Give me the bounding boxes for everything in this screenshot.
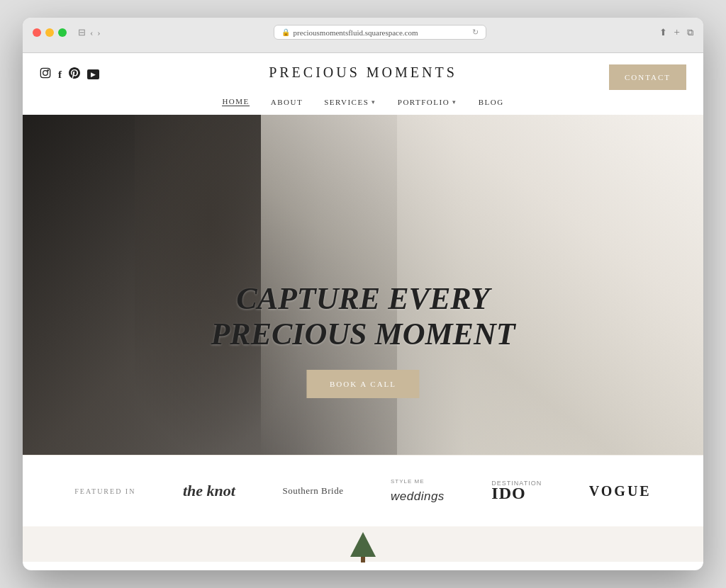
main-navigation: HOME ABOUT SERVICES ▾ PORTFOLIO ▾ BLOG: [40, 90, 686, 115]
website-content: f ▶ PRECIOUS MOMENTS CONTACT HOME: [23, 53, 703, 563]
publication-theknot: the knot: [183, 482, 235, 500]
nav-home[interactable]: HOME: [222, 97, 249, 106]
instagram-icon[interactable]: [40, 67, 51, 81]
nav-blog[interactable]: BLOG: [479, 98, 504, 106]
hero-content: CAPTURE EVERY PRECIOUS MOMENT BOOK A CAL…: [211, 281, 515, 398]
tree-decoration: [349, 532, 377, 560]
browser-tabs: [33, 45, 693, 52]
minimize-button[interactable]: [45, 28, 54, 37]
portfolio-chevron-icon: ▾: [452, 98, 457, 106]
publication-vogue: VOGUE: [589, 483, 652, 499]
publication-southern-bride: Southern Bride: [282, 485, 343, 497]
traffic-lights: [33, 28, 67, 37]
social-icons: f ▶: [40, 64, 99, 81]
nav-portfolio[interactable]: PORTFOLIO ▾: [398, 98, 457, 106]
tree-trunk: [361, 557, 365, 562]
bottom-peek-section: [23, 526, 703, 562]
browser-actions: ⬆ + ⧉: [659, 26, 693, 38]
svg-point-2: [48, 70, 48, 71]
close-button[interactable]: [33, 28, 41, 37]
window-controls: ⊟ ‹ ›: [78, 27, 101, 38]
publication-weddings: STYLE ME weddings: [391, 478, 445, 504]
new-tab-icon[interactable]: +: [674, 26, 680, 38]
book-call-button[interactable]: BOOK A CALL: [307, 370, 419, 398]
browser-window: ⊟ ‹ › 🔒 preciousmomentsfluid.squarespace…: [23, 18, 703, 570]
services-chevron-icon: ▾: [372, 98, 376, 106]
back-button[interactable]: ‹: [90, 27, 93, 38]
nav-about[interactable]: ABOUT: [271, 98, 303, 106]
contact-button[interactable]: CONTACT: [609, 64, 686, 90]
nav-services[interactable]: SERVICES ▾: [324, 98, 376, 106]
svg-rect-0: [40, 68, 50, 77]
hero-section: CAPTURE EVERY PRECIOUS MOMENT BOOK A CAL…: [23, 115, 703, 455]
featured-label: FEATURED IN: [74, 487, 135, 495]
pinterest-icon[interactable]: [69, 67, 80, 81]
browser-chrome: ⊟ ‹ › 🔒 preciousmomentsfluid.squarespace…: [23, 18, 703, 53]
featured-section: FEATURED IN the knot Southern Bride STYL…: [23, 455, 703, 526]
header-top: f ▶ PRECIOUS MOMENTS CONTACT: [40, 64, 686, 90]
site-header: f ▶ PRECIOUS MOMENTS CONTACT HOME: [23, 53, 703, 115]
refresh-icon[interactable]: ↻: [472, 28, 479, 37]
url-text: preciousmomentsfluid.squarespace.com: [294, 28, 418, 37]
site-title: PRECIOUS MOMENTS: [269, 64, 457, 81]
svg-point-1: [43, 71, 48, 76]
share-icon[interactable]: ⬆: [659, 27, 667, 38]
address-bar-container: 🔒 preciousmomentsfluid.squarespace.com ↻: [108, 25, 652, 40]
address-bar[interactable]: 🔒 preciousmomentsfluid.squarespace.com ↻: [274, 25, 486, 40]
forward-button[interactable]: ›: [97, 27, 100, 38]
tabs-icon[interactable]: ⧉: [687, 27, 693, 38]
publication-destination-ido: DESTINATION IDO: [491, 480, 542, 503]
maximize-button[interactable]: [58, 28, 67, 37]
tree-top: [350, 532, 376, 557]
youtube-icon[interactable]: ▶: [87, 69, 99, 79]
sidebar-icon[interactable]: ⊟: [78, 27, 86, 38]
lock-icon: 🔒: [281, 28, 290, 36]
hero-title: CAPTURE EVERY PRECIOUS MOMENT: [211, 281, 515, 353]
facebook-icon[interactable]: f: [58, 69, 62, 81]
